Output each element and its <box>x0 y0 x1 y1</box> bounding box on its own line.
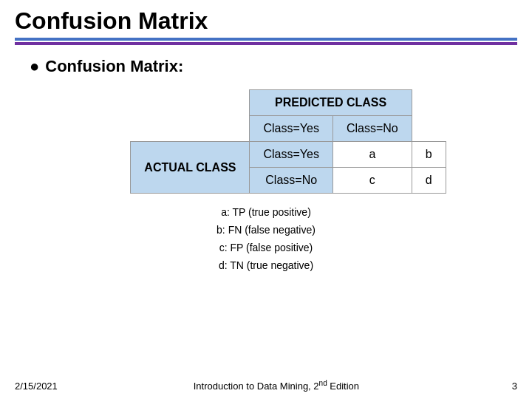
legend-c: c: FP (false positive) <box>15 239 517 257</box>
cell-a: a <box>332 142 412 168</box>
corner-empty-top <box>131 90 250 116</box>
legend-d: d: TN (true negative) <box>15 257 517 275</box>
cell-d: d <box>412 168 446 194</box>
bullet-section: ● Confusion Matrix: <box>15 57 517 76</box>
footer-superscript: nd <box>319 379 327 387</box>
corner-empty-mid <box>131 116 250 142</box>
page: Confusion Matrix ● Confusion Matrix: PRE… <box>0 0 532 399</box>
divider-purple <box>15 42 517 45</box>
row-header-no: Class=No <box>250 168 332 194</box>
predicted-class-header: PREDICTED CLASS <box>250 90 412 116</box>
matrix-container: PREDICTED CLASS Class=Yes Class=No ACTUA… <box>15 89 517 194</box>
footer-page: 3 <box>495 381 517 392</box>
section-subtitle: Confusion Matrix: <box>45 57 183 76</box>
footer-date: 2/15/2021 <box>15 381 58 392</box>
cell-b: b <box>412 142 446 168</box>
page-title: Confusion Matrix <box>15 7 517 35</box>
legend-section: a: TP (true positive) b: FN (false negat… <box>15 204 517 274</box>
confusion-matrix-table: PREDICTED CLASS Class=Yes Class=No ACTUA… <box>130 89 446 194</box>
footer-text: Introduction to Data Mining, 2nd Edition <box>58 379 495 392</box>
bullet-icon: ● <box>30 57 39 76</box>
legend-b: b: FN (false negative) <box>15 222 517 239</box>
actual-class-header: ACTUAL CLASS <box>131 142 250 194</box>
col-header-no: Class=No <box>332 116 412 142</box>
col-header-yes: Class=Yes <box>250 116 332 142</box>
legend-a: a: TP (true positive) <box>15 204 517 222</box>
footer: 2/15/2021 Introduction to Data Mining, 2… <box>0 379 532 392</box>
row-header-yes: Class=Yes <box>250 142 332 168</box>
cell-c: c <box>332 168 412 194</box>
divider-blue <box>15 38 517 41</box>
